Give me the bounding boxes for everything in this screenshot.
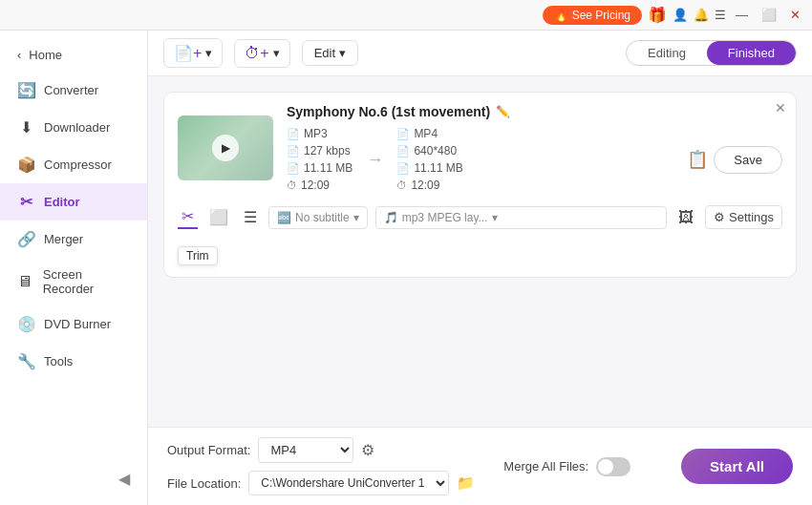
audio-chevron: ▾	[492, 211, 498, 224]
sidebar-converter-label: Converter	[44, 83, 98, 97]
merge-files-toggle[interactable]	[596, 457, 630, 476]
sidebar-item-dvd-burner[interactable]: 💿 DVD Burner	[0, 305, 147, 343]
source-format-item: 📄 MP3	[287, 127, 353, 140]
sidebar-downloader-label: Downloader	[44, 120, 110, 135]
sidebar-item-merger[interactable]: 🔗 Merger	[0, 221, 147, 258]
play-button[interactable]: ▶	[212, 135, 239, 161]
sidebar: ‹ Home 🔄 Converter ⬇ Downloader 📦 Compre…	[0, 31, 148, 505]
file-location-row: File Location: C:\Wondershare UniConvert…	[167, 471, 475, 495]
tab-group: Editing Finished	[626, 40, 797, 66]
crop-tool-button[interactable]: ⬜	[205, 206, 232, 228]
tools-icon: 🔧	[17, 352, 34, 370]
sidebar-item-screen-recorder[interactable]: 🖥 Screen Recorder	[0, 258, 147, 305]
audio-icon: 🎵	[384, 211, 398, 224]
dest-file-icon: 📄	[396, 128, 410, 140]
maximize-button[interactable]: ⬜	[758, 8, 780, 22]
dest-resolution-icon: 📄	[396, 145, 410, 158]
settings-button[interactable]: ⚙ Settings	[705, 205, 782, 229]
sidebar-tools-label: Tools	[44, 354, 73, 368]
dest-format-item: 📄 MP4	[396, 127, 462, 140]
card-main: ▶ Symphony No.6 (1st movement) ✏️	[178, 104, 782, 192]
source-duration-label: 12:09	[301, 179, 330, 192]
add-format-button[interactable]: ⏱+ ▾	[234, 39, 289, 68]
dest-duration-label: 12:09	[411, 179, 439, 192]
subtitle-label: No subtitle	[295, 211, 350, 224]
menu-icon[interactable]: ☰	[715, 8, 726, 22]
see-pricing-button[interactable]: 🔥 See Pricing	[543, 6, 642, 25]
sidebar-item-compressor[interactable]: 📦 Compressor	[0, 146, 147, 183]
effects-tool-button[interactable]: ☰	[240, 206, 261, 228]
collapse-sidebar-button[interactable]: ◀	[0, 460, 147, 497]
dest-size-label: 11.11 MB	[414, 161, 462, 175]
gift-icon[interactable]: 🎁	[648, 6, 667, 24]
audio-label: mp3 MPEG lay...	[402, 211, 488, 224]
subtitle-selector[interactable]: 🔤 No subtitle ▾	[268, 206, 368, 229]
sidebar-item-converter[interactable]: 🔄 Converter	[0, 72, 147, 109]
edit-dropdown-label: Edit	[314, 46, 335, 60]
edit-dropdown[interactable]: Edit ▾	[302, 40, 358, 66]
tab-finished[interactable]: Finished	[707, 41, 796, 65]
dest-resolution-item: 📄 640*480	[396, 144, 462, 158]
tab-editing[interactable]: Editing	[627, 41, 707, 65]
format-settings-icon[interactable]: ⚙	[361, 441, 374, 459]
edit-dropdown-chevron: ▾	[339, 46, 346, 60]
source-bitrate-icon: 📄	[287, 145, 300, 158]
sidebar-item-downloader[interactable]: ⬇ Downloader	[0, 109, 147, 146]
source-bitrate-item: 📄 127 kbps	[287, 144, 353, 158]
content-area: 📄+ ▾ ⏱+ ▾ Edit ▾ Editing Finished ✕	[148, 31, 812, 505]
sidebar-compressor-label: Compressor	[44, 158, 112, 172]
main-layout: ‹ Home 🔄 Converter ⬇ Downloader 📦 Compre…	[0, 31, 812, 505]
trim-tooltip-label: Trim	[178, 246, 218, 265]
sidebar-item-home[interactable]: ‹ Home	[0, 38, 147, 72]
dest-duration-item: ⏱ 12:09	[396, 179, 462, 192]
bell-icon[interactable]: 🔔	[694, 8, 709, 22]
file-location-label: File Location:	[167, 476, 241, 491]
minimize-button[interactable]: —	[732, 8, 752, 22]
convert-icon: 📋	[687, 149, 708, 170]
settings-label: Settings	[729, 210, 774, 224]
watermark-button[interactable]: 🖼	[674, 207, 697, 228]
audio-selector[interactable]: 🎵 mp3 MPEG lay... ▾	[375, 206, 667, 229]
convert-info-button[interactable]: 📋	[687, 149, 708, 170]
dest-size-item: 📄 11.11 MB	[396, 161, 462, 175]
add-file-button[interactable]: 📄+ ▾	[163, 38, 223, 68]
folder-icon[interactable]: 📁	[457, 474, 475, 492]
sidebar-dvd-burner-label: DVD Burner	[44, 317, 111, 331]
output-format-select[interactable]: MP4 MP3 AVI MOV MKV	[258, 437, 353, 463]
fire-icon: 🔥	[554, 9, 568, 22]
top-toolbar: 📄+ ▾ ⏱+ ▾ Edit ▾ Editing Finished	[148, 31, 812, 76]
source-size-label: 11.11 MB	[304, 161, 353, 175]
output-format-field: Output Format: MP4 MP3 AVI MOV MKV ⚙	[167, 437, 475, 463]
converter-icon: 🔄	[17, 81, 34, 99]
card-close-button[interactable]: ✕	[775, 100, 786, 116]
dest-size-icon: 📄	[396, 162, 410, 175]
sidebar-item-editor[interactable]: ✂ Editor	[0, 183, 147, 221]
collapse-icon: ◀	[118, 470, 130, 488]
dvd-burner-icon: 💿	[17, 315, 34, 333]
source-bitrate-label: 127 kbps	[304, 144, 351, 158]
add-file-icon: 📄+	[174, 44, 202, 62]
trim-tooltip: Trim	[178, 242, 782, 265]
sidebar-editor-label: Editor	[44, 195, 80, 209]
subtitle-chevron: ▾	[353, 211, 359, 224]
downloader-icon: ⬇	[17, 118, 34, 137]
save-button[interactable]: Save	[714, 146, 782, 174]
editor-icon: ✂	[17, 193, 34, 211]
compressor-icon: 📦	[17, 156, 34, 174]
title-edit-icon[interactable]: ✏️	[496, 105, 510, 118]
sidebar-item-tools[interactable]: 🔧 Tools	[0, 343, 147, 380]
file-path-select[interactable]: C:\Wondershare UniConverter 1	[248, 471, 449, 495]
close-button[interactable]: ✕	[786, 8, 804, 22]
dest-format-label: MP4	[414, 127, 438, 140]
user-icon[interactable]: 👤	[673, 8, 688, 22]
dest-resolution-label: 640*480	[414, 144, 457, 158]
add-file-chevron: ▾	[205, 46, 212, 60]
editor-workspace: ✕ ▶ Symphony No.6 (1st movement) ✏️	[148, 76, 812, 427]
source-duration-icon: ⏱	[287, 179, 297, 191]
source-size-item: 📄 11.11 MB	[287, 161, 353, 175]
title-bar: 🔥 See Pricing 🎁 👤 🔔 ☰ — ⬜ ✕	[0, 0, 812, 31]
back-icon: ‹	[17, 48, 21, 62]
card-title-text: Symphony No.6 (1st movement)	[287, 104, 490, 119]
trim-tool-button[interactable]: ✂	[178, 205, 198, 229]
start-all-button[interactable]: Start All	[681, 449, 793, 484]
